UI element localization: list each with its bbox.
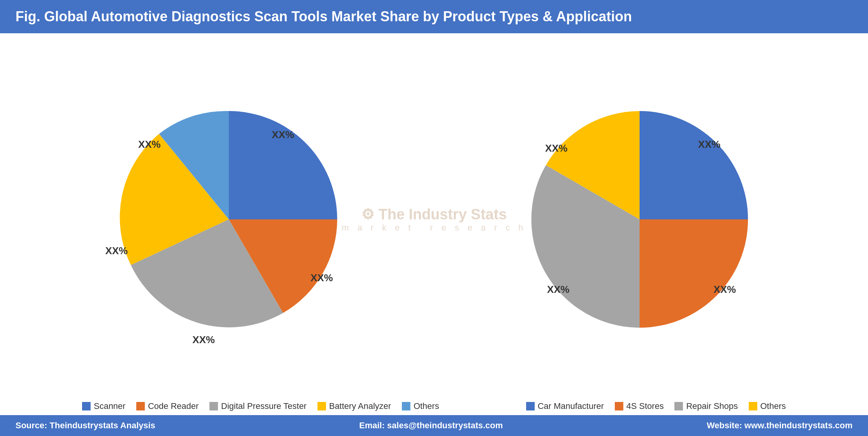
page-footer: Source: Theindustrystats Analysis Email:… — [0, 415, 868, 436]
legend-scanner-label: Scanner — [94, 401, 125, 411]
chart1-svg: XX% XX% XX% XX% XX% — [93, 88, 364, 351]
footer-website: Website: www.theindustrystats.com — [707, 421, 853, 431]
label-car-manufacturer: XX% — [698, 138, 720, 150]
label-digital-pressure: XX% — [192, 334, 215, 345]
segment-4s-stores — [640, 219, 748, 328]
legend-code-reader: Code Reader — [136, 401, 199, 411]
legend-others1-label: Others — [413, 401, 439, 411]
legend-4s-label: 4S Stores — [626, 401, 664, 411]
header-title: Fig. Global Automotive Diagnostics Scan … — [15, 9, 632, 24]
chart1-container: XX% XX% XX% XX% XX% — [55, 84, 403, 355]
main-container: Fig. Global Automotive Diagnostics Scan … — [0, 0, 868, 436]
legend-battery-label: Battery Analyzer — [329, 401, 391, 411]
legend-scanner: Scanner — [82, 401, 125, 411]
segment-car-manufacturer — [640, 111, 748, 219]
legend-4s-box — [615, 402, 623, 410]
legend2-group: Car Manufacturer 4S Stores Repair Shops … — [526, 401, 786, 411]
chart2-container: XX% XX% XX% XX% — [465, 84, 814, 355]
label-code-reader: XX% — [310, 272, 333, 284]
legend-4s-stores: 4S Stores — [615, 401, 664, 411]
content-area: ⚙ The Industry Stats m a r k e t r e s e… — [0, 33, 868, 415]
legend-others2-label: Others — [760, 401, 786, 411]
footer-source: Source: Theindustrystats Analysis — [15, 421, 155, 431]
legend-others1-box — [402, 402, 410, 410]
legend-repair-label: Repair Shops — [686, 401, 738, 411]
legend-code-reader-box — [136, 402, 145, 410]
legend-battery-analyzer: Battery Analyzer — [317, 401, 391, 411]
legend-others2: Others — [749, 401, 786, 411]
page-header: Fig. Global Automotive Diagnostics Scan … — [0, 0, 868, 33]
chart2-svg: XX% XX% XX% XX% — [504, 88, 775, 351]
legend-code-reader-label: Code Reader — [148, 401, 199, 411]
label-battery-analyzer: XX% — [105, 245, 128, 256]
legend-battery-box — [317, 402, 326, 410]
label-4s-stores: XX% — [714, 284, 736, 295]
legend-repair-shops: Repair Shops — [674, 401, 738, 411]
footer-email: Email: sales@theindustrystats.com — [359, 421, 503, 431]
legend-digital-pressure-label: Digital Pressure Tester — [221, 401, 307, 411]
legend-others1: Others — [402, 401, 439, 411]
legend-scanner-box — [82, 402, 91, 410]
legend-car-box — [526, 402, 535, 410]
legend-digital-pressure-box — [209, 402, 218, 410]
legend-car-label: Car Manufacturer — [538, 401, 604, 411]
charts-row: ⚙ The Industry Stats m a r k e t r e s e… — [23, 41, 845, 397]
legend-car-manufacturer: Car Manufacturer — [526, 401, 604, 411]
legend-repair-box — [674, 402, 683, 410]
label-others3: XX% — [545, 142, 568, 154]
segment-scanner — [229, 111, 337, 219]
label-others: XX% — [138, 138, 161, 150]
label-repair-shops: XX% — [547, 284, 570, 295]
legend-others2-box — [749, 402, 757, 410]
legend-digital-pressure: Digital Pressure Tester — [209, 401, 307, 411]
label-scanner: XX% — [272, 129, 294, 140]
legend1-group: Scanner Code Reader Digital Pressure Tes… — [82, 401, 439, 411]
legends-row: Scanner Code Reader Digital Pressure Tes… — [23, 397, 845, 411]
